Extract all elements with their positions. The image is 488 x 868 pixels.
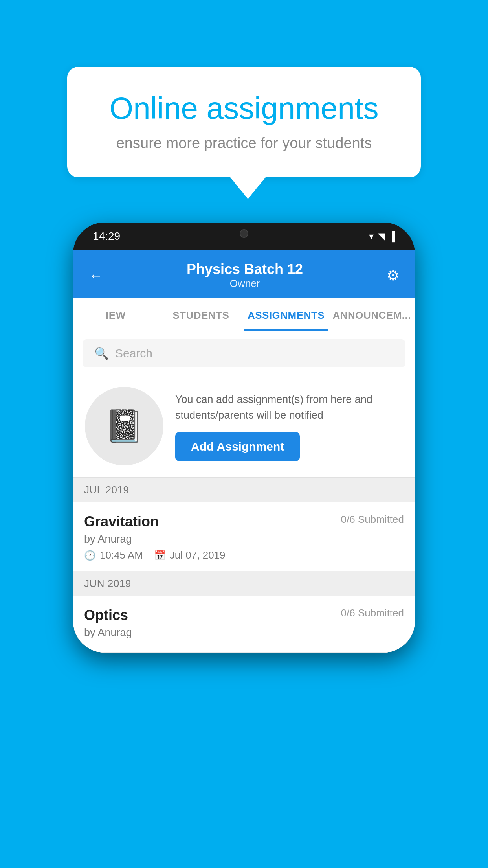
assignment-time-gravitation: 10:45 AM [100,549,143,561]
signal-icon: ◥ [378,231,385,242]
status-icons: ▾ ◥ ▐ [369,231,395,242]
header-subtitle: Owner [187,278,303,290]
tab-students[interactable]: STUDENTS [158,298,244,331]
assignment-meta-gravitation: 🕐 10:45 AM 📅 Jul 07, 2019 [84,549,404,561]
phone-frame: 14:29 ▾ ◥ ▐ ← Physics Batch 12 Owner ⚙ [73,223,415,653]
clock-icon: 🕐 [84,550,96,561]
assignment-item-top: Gravitation 0/6 Submitted [84,513,404,530]
meta-time-gravitation: 🕐 10:45 AM [84,549,143,561]
speech-bubble-arrow [230,177,266,199]
tab-iew[interactable]: IEW [73,298,158,331]
assignment-author-optics: by Anurag [84,627,404,639]
phone-mockup: 14:29 ▾ ◥ ▐ ← Physics Batch 12 Owner ⚙ [73,223,415,653]
assignment-item-gravitation[interactable]: Gravitation 0/6 Submitted by Anurag 🕐 10… [73,502,415,571]
section-label-jun: JUN 2019 [84,577,131,589]
promo-description: You can add assignment(s) from here and … [175,392,403,423]
battery-icon: ▐ [389,231,395,242]
tab-assignments[interactable]: ASSIGNMENTS [244,298,329,331]
section-header-jun: JUN 2019 [73,571,415,596]
app-content: ← Physics Batch 12 Owner ⚙ IEW STUDENTS … [73,250,415,653]
speech-bubble-title: Online assignments [95,90,393,126]
back-button[interactable]: ← [89,267,103,284]
phone-camera [240,229,248,238]
add-assignment-button[interactable]: Add Assignment [175,432,300,461]
assignment-date-gravitation: Jul 07, 2019 [170,549,226,561]
meta-date-gravitation: 📅 Jul 07, 2019 [154,549,226,561]
section-label-jul: JUL 2019 [84,484,129,496]
app-header: ← Physics Batch 12 Owner ⚙ [73,250,415,298]
settings-icon[interactable]: ⚙ [387,267,399,284]
search-bar[interactable]: 🔍 Search [83,339,405,367]
search-icon: 🔍 [94,346,109,360]
promo-icon-circle: 📓 [85,387,163,465]
section-header-jul: JUL 2019 [73,478,415,502]
status-bar: 14:29 ▾ ◥ ▐ [73,223,415,250]
speech-bubble: Online assignments ensure more practice … [67,67,421,177]
notebook-icon: 📓 [105,408,144,445]
assignment-item-top-optics: Optics 0/6 Submitted [84,607,404,623]
wifi-icon: ▾ [369,231,374,242]
assignment-title-gravitation: Gravitation [84,513,159,530]
speech-bubble-section: Online assignments ensure more practice … [67,67,421,199]
assignment-title-optics: Optics [84,607,128,623]
assignment-status-gravitation: 0/6 Submitted [341,513,404,526]
calendar-icon: 📅 [154,550,166,561]
promo-section: 📓 You can add assignment(s) from here an… [73,375,415,478]
assignment-status-optics: 0/6 Submitted [341,607,404,619]
search-bar-container: 🔍 Search [73,331,415,375]
header-title: Physics Batch 12 [187,261,303,278]
status-bar-time: 14:29 [93,230,120,243]
assignment-author-gravitation: by Anurag [84,533,404,545]
promo-content: You can add assignment(s) from here and … [175,392,403,461]
speech-bubble-subtitle: ensure more practice for your students [95,135,393,152]
header-title-area: Physics Batch 12 Owner [187,261,303,290]
assignment-item-optics[interactable]: Optics 0/6 Submitted by Anurag [73,596,415,653]
search-placeholder: Search [115,347,152,360]
tabs-container: IEW STUDENTS ASSIGNMENTS ANNOUNCEM... [73,298,415,331]
phone-notch [213,223,275,244]
tab-announcements[interactable]: ANNOUNCEM... [328,298,415,331]
